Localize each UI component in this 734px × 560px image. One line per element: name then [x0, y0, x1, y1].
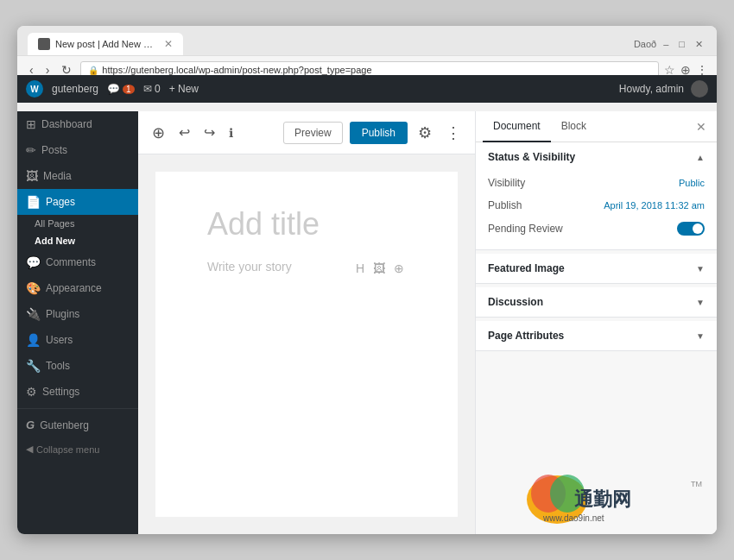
visibility-value[interactable]: Public	[679, 178, 705, 188]
maximize-button[interactable]: □	[675, 37, 688, 51]
comments-icon: 💬	[26, 255, 41, 269]
visibility-label: Visibility	[488, 177, 525, 189]
editor-more-button[interactable]: ⋮	[442, 120, 465, 146]
publish-field: Publish April 19, 2018 11:32 am	[488, 194, 705, 217]
secure-icon: 🔒	[88, 66, 98, 75]
tools-label: Tools	[46, 360, 70, 372]
sidebar-item-settings[interactable]: ⚙ Settings	[17, 379, 138, 405]
admin-bar-notes[interactable]: ✉ 0	[143, 83, 161, 95]
sidebar-item-tools[interactable]: 🔧 Tools	[17, 353, 138, 379]
admin-bar-site[interactable]: gutenberg	[52, 83, 98, 95]
posts-label: Posts	[41, 144, 67, 156]
gutenberg-icon: G	[26, 418, 35, 431]
plugins-icon: 🔌	[26, 307, 41, 321]
publish-value[interactable]: April 19, 2018 11:32 am	[604, 200, 705, 211]
sidebar-item-comments[interactable]: 💬 Comments	[17, 249, 138, 275]
preview-button[interactable]: Preview	[283, 122, 343, 144]
posts-icon: ✏	[26, 143, 36, 157]
pending-review-label: Pending Review	[488, 223, 563, 235]
sidebar-item-users[interactable]: 👤 Users	[17, 327, 138, 353]
collapse-label: Collapse menu	[36, 444, 99, 455]
sidebar-menu: ⊞ Dashboard ✏ Posts 🖼 Media 📄	[17, 111, 138, 437]
dashboard-label: Dashboard	[41, 118, 92, 130]
media-icon: 🖼	[26, 169, 38, 183]
sidebar-item-dashboard[interactable]: ⊞ Dashboard	[17, 111, 138, 137]
minimize-button[interactable]: –	[660, 37, 672, 51]
address-text: https://gutenberg.local/wp-admin/post-ne…	[102, 65, 371, 75]
sidebar-item-add-new[interactable]: Add New	[17, 232, 138, 249]
svg-text:www.dao9in.net: www.dao9in.net	[542, 513, 604, 523]
redo-button[interactable]: ↪	[200, 121, 218, 144]
undo-button[interactable]: ↩	[175, 121, 193, 144]
browser-window: New post | Add New Pa... ✕ Daoð – □ ✕ ‹ …	[17, 26, 717, 534]
panel-close-button[interactable]: ✕	[693, 116, 710, 137]
sidebar-item-appearance[interactable]: 🎨 Appearance	[17, 275, 138, 301]
all-pages-label: All Pages	[35, 218, 74, 229]
section-status-header[interactable]: Status & Visibility ▲	[476, 142, 717, 172]
admin-bar: W gutenberg 💬 1 ✉ 0 + New Howdy, admin	[17, 75, 717, 103]
sidebar-item-gutenberg[interactable]: G Gutenberg	[17, 412, 138, 437]
admin-bar-right: Howdy, admin	[619, 80, 708, 98]
panel-tabs: Document Block ✕	[476, 111, 717, 142]
discussion-arrow: ▼	[696, 298, 705, 307]
close-window-button[interactable]: ✕	[692, 37, 706, 52]
visibility-field: Visibility Public	[488, 172, 705, 194]
appearance-label: Appearance	[46, 282, 102, 294]
browser-titlebar: New post | Add New Pa... ✕ Daoð – □ ✕	[17, 26, 717, 55]
tab-close-button[interactable]: ✕	[164, 38, 173, 50]
plugins-label: Plugins	[46, 308, 79, 320]
watermark-svg: 通勤网 www.dao9in.net TM	[522, 461, 712, 525]
tab-block[interactable]: Block	[551, 111, 597, 142]
section-page-attributes: Page Attributes ▼	[476, 321, 717, 351]
main-editor: ⊕ ↩ ↪ ℹ Preview Publish ⚙ ⋮	[138, 111, 475, 534]
settings-label: Settings	[42, 386, 79, 398]
collapse-menu-button[interactable]: ◀ Collapse menu	[17, 437, 138, 461]
add-new-label: Add New	[35, 236, 75, 246]
pending-review-toggle[interactable]	[677, 222, 705, 236]
tools-icon: 🔧	[26, 359, 41, 373]
sidebar-item-posts[interactable]: ✏ Posts	[17, 137, 138, 163]
pages-icon: 📄	[26, 195, 41, 209]
tab-document[interactable]: Document	[483, 111, 551, 142]
sidebar-item-all-pages[interactable]: All Pages	[17, 215, 138, 232]
comments-label: Comments	[46, 256, 96, 268]
admin-bar-comments[interactable]: 💬 1	[107, 83, 135, 95]
sidebar-item-media[interactable]: 🖼 Media	[17, 163, 138, 189]
embed-tool[interactable]: ⊕	[392, 260, 406, 277]
editor-title-field[interactable]: Add title	[207, 206, 406, 242]
add-block-button[interactable]: ⊕	[149, 120, 168, 146]
info-button[interactable]: ℹ	[225, 123, 237, 143]
heading-tool[interactable]: H	[354, 260, 366, 277]
appearance-icon: 🎨	[26, 281, 41, 295]
editor-placeholder[interactable]: Write your story	[207, 260, 337, 274]
section-status-body: Visibility Public Publish April 19, 2018…	[476, 172, 717, 249]
section-page-attributes-header[interactable]: Page Attributes ▼	[476, 321, 717, 350]
section-status-arrow: ▲	[696, 153, 705, 162]
admin-bar-new[interactable]: + New	[169, 83, 199, 95]
image-tool[interactable]: 🖼	[371, 260, 387, 277]
browser-tab[interactable]: New post | Add New Pa... ✕	[28, 33, 183, 55]
section-featured-image: Featured Image ▼	[476, 254, 717, 284]
gutenberg-label: Gutenberg	[40, 419, 89, 431]
collapse-arrow-icon: ◀	[26, 444, 33, 455]
featured-image-arrow: ▼	[696, 264, 705, 274]
editor-body: Write your story H 🖼 ⊕	[207, 260, 406, 277]
editor-paper: Add title Write your story H 🖼 ⊕	[155, 172, 458, 517]
section-featured-image-header[interactable]: Featured Image ▼	[476, 254, 717, 283]
editor-toolbar: ⊕ ↩ ↪ ℹ Preview Publish ⚙ ⋮	[138, 111, 475, 154]
dashboard-icon: ⊞	[26, 117, 36, 131]
settings-icon: ⚙	[26, 385, 37, 399]
sidebar-item-plugins[interactable]: 🔌 Plugins	[17, 301, 138, 327]
window-controls: Daoð – □ ✕	[634, 37, 706, 52]
editor-settings-button[interactable]: ⚙	[414, 120, 435, 146]
editor-toolbar-right: Preview Publish ⚙ ⋮	[283, 120, 465, 146]
sidebar: ⊞ Dashboard ✏ Posts 🖼 Media 📄	[17, 111, 138, 534]
publish-button[interactable]: Publish	[350, 122, 408, 144]
sidebar-divider	[17, 408, 138, 409]
publish-label: Publish	[488, 199, 522, 211]
users-label: Users	[46, 334, 73, 346]
section-discussion-header[interactable]: Discussion ▼	[476, 287, 717, 317]
section-discussion: Discussion ▼	[476, 287, 717, 318]
wp-logo: W	[26, 80, 43, 98]
sidebar-item-pages[interactable]: 📄 Pages	[17, 189, 138, 215]
